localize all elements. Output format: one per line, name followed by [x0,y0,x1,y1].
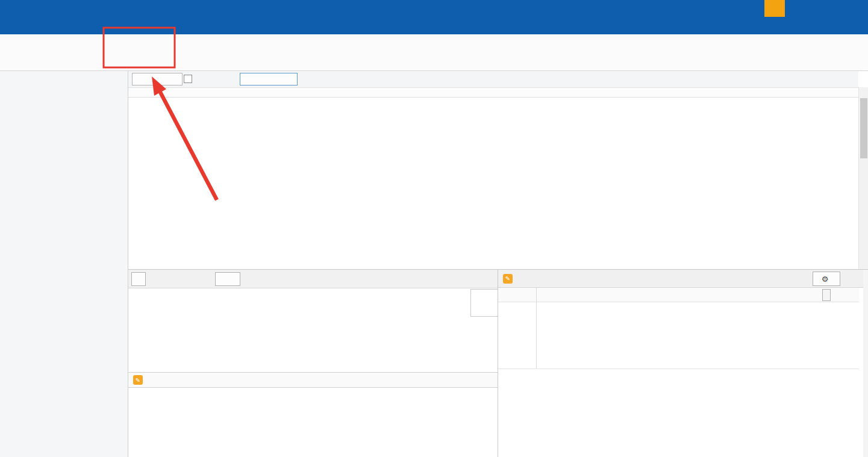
branch-filter-dropdown[interactable] [132,73,183,85]
sort-dropdown[interactable] [240,73,298,85]
commit-table [128,98,858,269]
commit-detail-panel: ✎ [128,270,498,457]
diff-gutter-divider [536,288,537,368]
app-logo-icon [5,2,18,15]
commit-table-header [128,87,858,98]
detail-toolbar [128,270,498,288]
hunk-bottom-border [498,368,859,369]
changed-file-row[interactable]: ✎ [128,372,498,388]
show-remote-checkbox[interactable] [184,75,192,83]
title-bar [0,0,868,17]
close-button[interactable] [840,0,868,17]
diff-options-button[interactable]: ⚙ [813,272,840,286]
toolbar [0,34,868,71]
scroll-down-icon[interactable] [859,260,868,269]
filter-bar [128,71,858,87]
commit-list-scrollbar[interactable] [858,87,868,269]
window-controls [764,0,868,17]
scrollbar-thumb[interactable] [860,98,867,158]
diff-panel: ✎ ⚙ [498,270,868,457]
view-options-button[interactable] [215,272,240,286]
revert-hunk-button[interactable] [822,289,831,301]
file-sort-dropdown[interactable] [131,272,146,286]
maximize-button[interactable] [813,0,840,17]
sidebar [0,71,128,457]
scroll-up-icon[interactable] [863,271,868,277]
modified-file-icon: ✎ [503,274,513,284]
avatar [470,289,498,317]
tab-bar [0,17,868,34]
minimize-button[interactable] [785,0,813,17]
gear-icon: ⚙ [822,275,829,284]
more-options-button[interactable] [845,272,862,286]
modified-file-icon: ✎ [133,375,143,385]
scroll-up-icon[interactable] [859,87,868,97]
flag-button[interactable] [764,0,785,17]
hunk-header [498,288,859,302]
diff-scrollbar[interactable] [863,270,868,457]
